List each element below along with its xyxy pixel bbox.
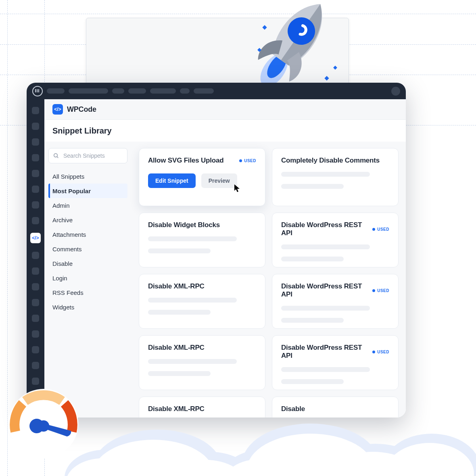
snippet-title: Disable XML-RPC	[148, 344, 205, 352]
skeleton-line	[281, 257, 344, 261]
category-sidebar: All SnippetsMost PopularAdminArchiveAtta…	[44, 142, 132, 418]
page-header: Snippet Library	[44, 120, 406, 142]
window-titlebar	[27, 83, 406, 99]
admin-menu-item[interactable]	[32, 299, 39, 306]
used-badge: USED	[372, 227, 389, 232]
cloud-icon	[52, 387, 476, 476]
svg-rect-6	[333, 66, 337, 70]
search-box[interactable]	[48, 148, 127, 163]
snippet-title: Disable WordPress REST API	[281, 282, 368, 299]
snippet-card[interactable]: Allow SVG Files UploadUSEDEdit SnippetPr…	[139, 148, 265, 206]
skeleton-line	[148, 298, 237, 303]
snippet-title: Disable Widget Blocks	[148, 221, 220, 229]
admin-menu-item[interactable]	[32, 107, 39, 114]
gauge-icon	[3, 379, 84, 460]
titlebar-avatar	[391, 87, 400, 96]
skeleton-line	[281, 306, 370, 311]
category-item[interactable]: RSS Feeds	[48, 285, 127, 300]
category-item[interactable]: Login	[48, 271, 127, 285]
titlebar-placeholder	[180, 88, 190, 94]
search-input[interactable]	[63, 152, 123, 159]
snippet-title: Disable WordPress REST API	[281, 221, 368, 237]
snippet-grid: Allow SVG Files UploadUSEDEdit SnippetPr…	[132, 142, 406, 418]
admin-menu-item[interactable]	[32, 170, 39, 177]
used-badge: USED	[372, 350, 389, 354]
skeleton-line	[148, 359, 237, 364]
category-item[interactable]: Most Popular	[48, 184, 127, 198]
rocket-icon	[232, 0, 357, 97]
snippet-title: Disable WordPress REST API	[281, 344, 368, 360]
admin-menu-item[interactable]	[32, 186, 39, 193]
admin-menu-item[interactable]	[32, 330, 39, 338]
wordpress-icon	[32, 86, 43, 96]
category-item[interactable]: Attachments	[48, 227, 127, 242]
skeleton-line	[281, 172, 370, 177]
skeleton-line	[281, 318, 344, 323]
snippet-card[interactable]: Disable WordPress REST APIUSED	[272, 274, 399, 329]
app-brand-bar: </> WPCode	[44, 99, 406, 120]
browser-window: </> </> WPCode Snippet Library	[27, 83, 406, 418]
search-icon	[53, 152, 59, 159]
admin-menu-item[interactable]	[32, 315, 39, 322]
category-item[interactable]: Widgets	[48, 300, 127, 314]
admin-menu-item-wpcode[interactable]: </>	[30, 233, 41, 243]
admin-menu-item[interactable]	[32, 283, 39, 290]
svg-rect-3	[262, 25, 267, 29]
skeleton-line	[281, 367, 370, 372]
titlebar-placeholder	[150, 88, 176, 94]
titlebar-placeholder	[47, 88, 65, 94]
category-item[interactable]: Admin	[48, 198, 127, 213]
category-item[interactable]: All Snippets	[48, 169, 127, 184]
edit-snippet-button[interactable]: Edit Snippet	[148, 173, 196, 188]
svg-point-24	[38, 420, 49, 432]
category-item[interactable]: Disable	[48, 256, 127, 271]
admin-menu-item[interactable]	[32, 362, 39, 369]
skeleton-line	[148, 371, 211, 376]
page-title: Snippet Library	[52, 126, 112, 136]
snippet-title: Disable XML-RPC	[148, 282, 205, 290]
skeleton-line	[281, 244, 370, 249]
admin-menu-item[interactable]	[32, 217, 39, 224]
wpcode-icon: </>	[52, 104, 63, 115]
svg-point-7	[54, 154, 58, 157]
snippet-title: Allow SVG Files Upload	[148, 157, 223, 165]
titlebar-placeholder	[69, 88, 108, 94]
snippet-card[interactable]: Completely Disable Comments	[272, 148, 399, 206]
wp-admin-sidebar: </>	[27, 99, 44, 418]
snippet-card[interactable]: Disable XML-RPC	[139, 274, 265, 329]
admin-menu-item[interactable]	[32, 267, 39, 275]
skeleton-line	[281, 184, 344, 189]
category-item[interactable]: Comments	[48, 242, 127, 256]
skeleton-line	[148, 236, 237, 241]
snippet-card[interactable]: Disable Widget Blocks	[139, 213, 265, 267]
used-badge: USED	[239, 159, 256, 163]
preview-button[interactable]: Preview	[201, 173, 237, 188]
snippet-title: Completely Disable Comments	[281, 157, 380, 165]
svg-line-8	[57, 157, 58, 158]
admin-menu-item[interactable]	[32, 252, 39, 259]
category-item[interactable]: Archive	[48, 213, 127, 227]
titlebar-placeholder	[128, 88, 146, 94]
svg-rect-5	[324, 76, 329, 80]
used-badge: USED	[372, 288, 389, 293]
skeleton-line	[148, 310, 211, 315]
snippet-card[interactable]: Disable WordPress REST APIUSED	[272, 335, 399, 390]
admin-menu-item[interactable]	[32, 138, 39, 146]
snippet-card[interactable]: Disable XML-RPC	[139, 335, 265, 390]
admin-menu-item[interactable]	[32, 154, 39, 161]
titlebar-placeholder	[194, 88, 214, 94]
admin-menu-item[interactable]	[32, 123, 39, 130]
wpcode-brand-name: WPCode	[67, 105, 96, 114]
skeleton-line	[281, 379, 344, 384]
titlebar-placeholder	[112, 88, 124, 94]
admin-menu-item[interactable]	[32, 201, 39, 209]
snippet-card[interactable]: Disable WordPress REST APIUSED	[272, 213, 399, 267]
skeleton-line	[148, 248, 211, 253]
admin-menu-item[interactable]	[32, 346, 39, 353]
